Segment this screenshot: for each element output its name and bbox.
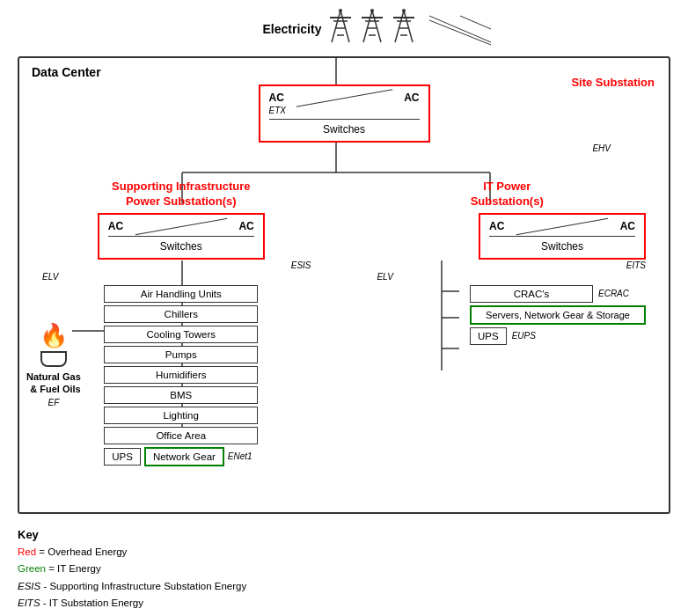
right-switches: Switches xyxy=(489,236,635,253)
key-section: Key Red = Overhead Energy Green = IT Ene… xyxy=(18,528,670,616)
site-substation-box: AC AC ETX Switches xyxy=(259,84,430,143)
left-component-list: Air Handling Units Chillers Cooling Towe… xyxy=(104,285,258,466)
right-diagonal xyxy=(516,218,609,235)
left-ac-row: AC AC xyxy=(108,220,254,232)
key-red-label: Red xyxy=(18,546,36,557)
right-ac2: AC xyxy=(620,220,635,232)
svg-line-7 xyxy=(363,11,372,42)
humidifiers-box: Humidifiers xyxy=(104,366,258,384)
eits-label: EITS xyxy=(626,260,646,270)
right-section: IT Power Substation(s) AC AC Switches EI… xyxy=(368,180,646,466)
key-line-red: Red = Overhead Energy xyxy=(18,545,670,560)
site-substation-section: Site Substation AC AC ETX Switches EHV xyxy=(33,84,655,153)
elv-right-label: ELV xyxy=(368,272,392,282)
datacenter-label: Data Center xyxy=(32,65,101,79)
svg-line-21 xyxy=(429,16,491,42)
elv-left-label: ELV xyxy=(42,272,58,282)
flame-icon: 🔥 xyxy=(40,322,68,349)
network-gear-box: Network Gear xyxy=(144,447,224,466)
left-diagonal xyxy=(135,218,227,235)
split-area: Supporting Infrastructure Power Substati… xyxy=(33,180,655,466)
site-substation-title: Site Substation xyxy=(571,76,655,89)
svg-line-1 xyxy=(340,11,349,42)
left-ac1: AC xyxy=(108,220,123,232)
cracs-box: CRAC's xyxy=(470,285,593,303)
ups-box-left: UPS xyxy=(104,448,141,466)
diagram-wrapper: Data Center xyxy=(9,56,679,514)
key-line-etx: ETX - Medium/High Voltage Transformer Lo… xyxy=(18,612,670,616)
key-line-green: Green = IT Energy xyxy=(18,561,670,576)
pipe-icon xyxy=(40,351,67,367)
svg-line-23 xyxy=(460,16,491,29)
gas-label: Natural Gas & Fuel Oils xyxy=(26,370,81,396)
tower-icon-3 xyxy=(392,9,416,49)
key-green-label: Green xyxy=(18,563,46,574)
air-handling-box: Air Handling Units xyxy=(104,285,258,303)
servers-box: Servers, Network Gear & Storage xyxy=(470,305,646,325)
pumps-box: Pumps xyxy=(104,346,258,363)
right-component-list: CRAC's ECRAC Servers, Network Gear & Sto… xyxy=(470,285,646,345)
crac-row: CRAC's ECRAC xyxy=(470,285,646,303)
eups-label: EUPS xyxy=(512,331,536,341)
ef-label: EF xyxy=(48,398,59,407)
key-line-esis: ESIS - Supporting Infrastructure Substat… xyxy=(18,579,670,594)
site-ac2: AC xyxy=(404,92,419,104)
site-ac-row: AC AC xyxy=(269,92,420,104)
esis-label: ESIS xyxy=(291,260,320,270)
etx-label: ETX xyxy=(269,104,420,115)
site-switches: Switches xyxy=(269,119,420,136)
svg-point-6 xyxy=(339,9,342,12)
datacenter-box: Data Center xyxy=(18,56,670,514)
ups-row-right: UPS EUPS xyxy=(470,327,646,345)
wire-lines xyxy=(425,11,495,47)
electricity-label: Electricity xyxy=(263,22,322,36)
site-ac1: AC xyxy=(269,92,284,104)
key-line-eits: EITS - IT Substation Energy xyxy=(18,596,670,611)
ecrac-label: ECRAC xyxy=(598,289,629,298)
cooling-towers-box: Cooling Towers xyxy=(104,326,258,343)
right-ac1: AC xyxy=(489,220,504,232)
left-substation-box: AC AC Switches xyxy=(98,213,265,260)
left-switches: Switches xyxy=(108,236,254,253)
ups-box-right: UPS xyxy=(470,327,507,345)
svg-line-8 xyxy=(372,11,381,42)
svg-line-22 xyxy=(429,20,491,45)
natural-gas-section: 🔥 Natural Gas & Fuel Oils EF xyxy=(26,322,81,407)
supporting-title: Supporting Infrastructure Power Substati… xyxy=(42,180,320,209)
right-ac-row: AC AC xyxy=(489,220,635,232)
left-ac2: AC xyxy=(238,220,253,232)
svg-point-13 xyxy=(370,9,374,12)
svg-line-15 xyxy=(404,11,413,42)
key-title: Key xyxy=(18,528,670,541)
tower-icon-1 xyxy=(328,9,353,49)
left-section: Supporting Infrastructure Power Substati… xyxy=(42,180,320,466)
svg-line-0 xyxy=(332,11,340,42)
it-power-title: IT Power Substation(s) xyxy=(368,180,646,209)
right-substation-box: AC AC Switches xyxy=(479,213,646,260)
svg-line-14 xyxy=(395,11,404,42)
office-area-box: Office Area xyxy=(104,427,258,444)
chillers-box: Chillers xyxy=(104,305,258,323)
electricity-header: Electricity xyxy=(9,9,679,49)
lighting-box: Lighting xyxy=(104,407,258,424)
ups-network-row: UPS Network Gear ENet1 xyxy=(104,447,258,466)
enet1-label: ENet1 xyxy=(228,451,253,461)
ehv-label: EHV xyxy=(592,143,655,153)
tower-icon-2 xyxy=(360,9,384,49)
bms-box: BMS xyxy=(104,386,258,404)
svg-point-20 xyxy=(402,9,406,12)
